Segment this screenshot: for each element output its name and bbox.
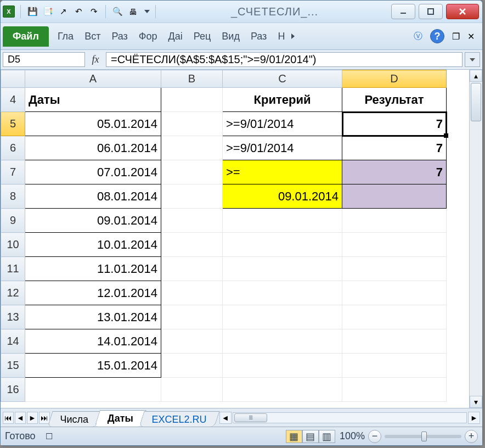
cell-D16[interactable] [342, 378, 447, 402]
cell-D6[interactable]: 7 [342, 136, 447, 160]
row-header-10[interactable]: 10 [1, 233, 25, 257]
cell-C5[interactable]: >=9/01/2014 [223, 112, 342, 136]
sheet-tab-Числа[interactable]: Числа [47, 411, 101, 427]
formula-expand-button[interactable] [465, 52, 480, 67]
sheet-tab-Даты[interactable]: Даты [94, 410, 146, 427]
cell-A4[interactable]: Даты [25, 88, 161, 112]
cell-A14[interactable]: 14.01.2014 [25, 329, 161, 354]
tab-review[interactable]: Рец [188, 27, 217, 46]
cell-B4[interactable] [161, 88, 223, 112]
view-pagelayout-icon[interactable]: ▤ [302, 430, 319, 443]
row-header-5[interactable]: 5 [1, 112, 25, 136]
layout-icon[interactable]: 📑 [42, 5, 54, 18]
cell-D5[interactable]: 7 [342, 112, 447, 136]
cell-A11[interactable]: 11.01.2014 [25, 257, 161, 281]
column-header-B[interactable]: B [161, 70, 223, 88]
cell-D10[interactable] [342, 233, 447, 257]
ribbon-overflow-icon[interactable] [291, 33, 295, 39]
cell-D11[interactable] [342, 257, 447, 281]
zoom-level[interactable]: 100% [340, 430, 365, 442]
cell-D7[interactable]: 7 [342, 160, 447, 184]
worksheet-grid[interactable]: ABCD4ДатыКритерийРезультат505.01.2014>=9… [1, 70, 447, 402]
cell-B11[interactable] [161, 257, 223, 281]
horizontal-scrollbar[interactable]: ◄ ≣ ► [217, 408, 482, 427]
zoom-out-button[interactable]: − [368, 430, 381, 443]
scroll-up-icon[interactable]: ▴ [470, 70, 482, 82]
cell-B12[interactable] [161, 281, 223, 305]
formula-input[interactable]: =СЧЁТЕСЛИ($A$5:$A$15;">=9/01/2014") [106, 52, 463, 67]
tab-view[interactable]: Вид [216, 27, 245, 46]
cell-C7[interactable]: >= [223, 160, 342, 184]
tab-formulas[interactable]: Фор [133, 27, 163, 46]
cell-A6[interactable]: 06.01.2014 [25, 136, 161, 160]
cell-A9[interactable]: 09.01.2014 [25, 209, 161, 233]
zoom-slider[interactable] [385, 435, 461, 438]
cell-C8[interactable]: 09.01.2014 [223, 184, 342, 209]
cell-A8[interactable]: 08.01.2014 [25, 184, 161, 209]
view-normal-icon[interactable]: ▦ [286, 430, 302, 443]
tab-insert[interactable]: Вст [79, 27, 106, 46]
qat-more-icon[interactable] [144, 10, 150, 13]
column-header-D[interactable]: D [342, 70, 447, 88]
cell-A5[interactable]: 05.01.2014 [25, 112, 161, 136]
sheet-nav-prev-icon[interactable]: ◄ [15, 412, 26, 424]
row-header-6[interactable]: 6 [1, 136, 25, 160]
row-header-13[interactable]: 13 [1, 305, 25, 329]
cell-C12[interactable] [223, 281, 342, 305]
cell-C9[interactable] [223, 209, 342, 233]
maximize-button[interactable] [419, 4, 443, 19]
cell-B14[interactable] [161, 329, 223, 354]
minimize-button[interactable] [391, 4, 415, 19]
cell-B10[interactable] [161, 233, 223, 257]
cell-B6[interactable] [161, 136, 223, 160]
column-header-A[interactable]: A [25, 70, 161, 88]
cell-A10[interactable]: 10.01.2014 [25, 233, 161, 257]
cell-C6[interactable]: >=9/01/2014 [223, 136, 342, 160]
hscroll-right-icon[interactable]: ► [468, 412, 480, 424]
zoom-in-button[interactable]: + [465, 430, 478, 443]
cell-A16[interactable] [25, 378, 161, 402]
tab-pagelayout[interactable]: Раз [106, 27, 133, 46]
print-icon[interactable]: 🖶 [127, 5, 139, 18]
row-header-4[interactable]: 4 [1, 88, 25, 112]
sheet-tab-EXCEL2.RU[interactable]: EXCEL2.RU [139, 411, 219, 427]
cell-B16[interactable] [161, 378, 223, 402]
cell-B9[interactable] [161, 209, 223, 233]
cell-B15[interactable] [161, 354, 223, 378]
cell-D8[interactable] [342, 184, 447, 209]
cell-B5[interactable] [161, 112, 223, 136]
fx-icon[interactable]: fx [87, 52, 104, 67]
macro-record-icon[interactable]: ☐ [43, 430, 55, 443]
cell-A15[interactable]: 15.01.2014 [25, 354, 161, 378]
row-header-11[interactable]: 11 [1, 257, 25, 281]
cell-B8[interactable] [161, 184, 223, 209]
close-button[interactable] [446, 4, 479, 19]
scroll-thumb[interactable] [471, 83, 481, 121]
tab-data[interactable]: Даі [163, 27, 188, 46]
row-header-9[interactable]: 9 [1, 209, 25, 233]
cell-A12[interactable]: 12.01.2014 [25, 281, 161, 305]
tab-addin[interactable]: Н [272, 27, 290, 46]
sheet-nav-next-icon[interactable]: ► [27, 412, 38, 424]
cell-D4[interactable]: Результат [342, 88, 447, 112]
save-icon[interactable]: 💾 [26, 5, 38, 18]
cell-C15[interactable] [223, 354, 342, 378]
cell-A13[interactable]: 13.01.2014 [25, 305, 161, 329]
row-header-15[interactable]: 15 [1, 354, 25, 378]
tab-home[interactable]: Гла [52, 27, 79, 46]
row-header-7[interactable]: 7 [1, 160, 25, 184]
cell-D9[interactable] [342, 209, 447, 233]
preview-icon[interactable]: 🔍 [111, 5, 123, 18]
tab-file[interactable]: Файл [3, 26, 49, 47]
cell-A7[interactable]: 07.01.2014 [25, 160, 161, 184]
cell-D15[interactable] [342, 354, 447, 378]
cell-D14[interactable] [342, 329, 447, 354]
window-restore-icon[interactable]: ❐ [452, 31, 460, 42]
row-header-12[interactable]: 12 [1, 281, 25, 305]
cell-D13[interactable] [342, 305, 447, 329]
arrow-icon[interactable]: ↗ [57, 5, 69, 18]
cell-C11[interactable] [223, 257, 342, 281]
column-header-C[interactable]: C [223, 70, 342, 88]
cell-B13[interactable] [161, 305, 223, 329]
undo-icon[interactable]: ↶ [72, 5, 84, 18]
